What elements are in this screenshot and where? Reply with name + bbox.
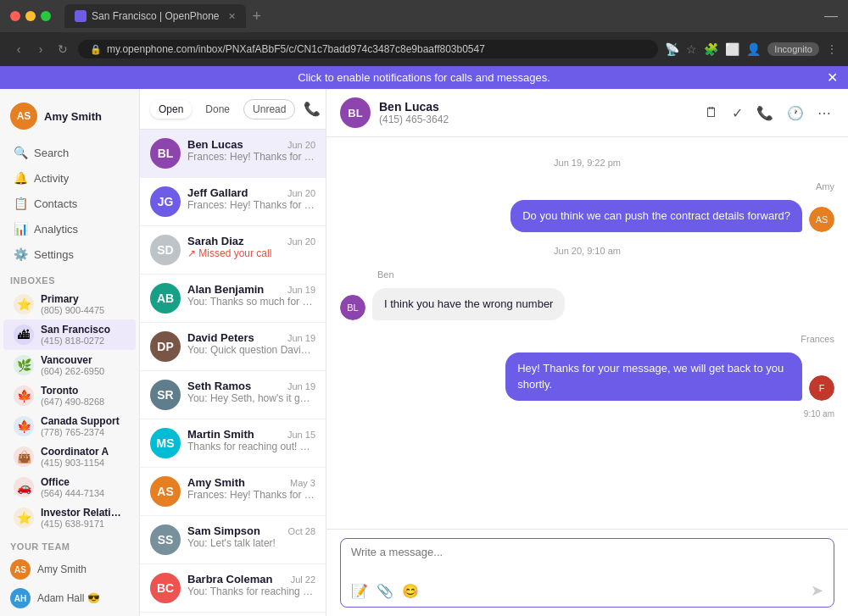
conv-preview: You: Thanks for reaching out! W...: [187, 585, 315, 597]
forward-button[interactable]: ›: [32, 42, 49, 56]
conv-name: Ben Lucas: [187, 138, 243, 151]
filter-open-button[interactable]: Open: [150, 100, 192, 119]
sidebar-item-analytics[interactable]: 📊 Analytics: [3, 216, 136, 241]
close-window-button[interactable]: [10, 11, 20, 21]
send-button[interactable]: ➤: [811, 581, 823, 600]
frances-avatar: F: [809, 375, 834, 401]
browser-toolbar-right: 📡 ☆ 🧩 ⬜ 👤 Incognito ⋮: [665, 42, 838, 56]
conv-header-row: David Peters Jun 19: [187, 331, 315, 344]
address-bar[interactable]: 🔒 my.openphone.com/inbox/PNXafABbF5/c/CN…: [78, 40, 658, 58]
emoji-icon[interactable]: 😊: [402, 583, 419, 599]
browser-toolbar: ‹ › ↻ 🔒 my.openphone.com/inbox/PNXafABbF…: [0, 32, 848, 66]
inbox-item-primary[interactable]: ⭐ Primary (805) 900-4475: [3, 289, 136, 319]
back-button[interactable]: ‹: [10, 42, 27, 56]
sidebar-username: Amy Smith: [44, 110, 102, 123]
browser-chrome: San Francisco | OpenPhone ✕ + — ‹ › ↻ 🔒 …: [0, 0, 848, 66]
bookmark-icon[interactable]: ☆: [686, 42, 697, 56]
sidebar-item-contacts[interactable]: 📋 Contacts: [3, 191, 136, 216]
inbox-name: Vancouver: [41, 354, 126, 366]
tab-strip-icon[interactable]: ⬜: [725, 42, 739, 56]
conversation-item[interactable]: BL Ben Lucas Jun 20 Frances: Hey! Thanks…: [140, 130, 326, 178]
inbox-info: Primary (805) 900-4475: [41, 293, 126, 315]
phone-icon-button[interactable]: 📞: [300, 97, 324, 120]
conversation-item[interactable]: AS Amy Smith May 3 Frances: Hey! Thanks …: [140, 468, 326, 516]
team-member-amy[interactable]: AS Amy Smith: [0, 555, 139, 584]
chat-contact-phone: (415) 465-3642: [379, 114, 693, 125]
conv-preview-text: You: Thanks for reaching out! W...: [187, 585, 315, 597]
conv-name: Barbra Coleman: [187, 573, 272, 585]
inbox-item-coordinator-a[interactable]: 👜 Coordinator A (415) 903-1154: [3, 441, 136, 472]
inbox-number: (415) 818-0272: [41, 336, 126, 346]
maximize-window-button[interactable]: [41, 11, 51, 21]
notification-bar[interactable]: Click to enable notifications for calls …: [0, 66, 848, 89]
inbox-icon: 🍁: [14, 416, 34, 436]
conv-header-row: Ben Lucas Jun 20: [187, 138, 315, 151]
attach-snippet-icon[interactable]: 📝: [351, 583, 368, 599]
checkmark-button[interactable]: ✓: [728, 102, 746, 125]
settings-icon: ⚙️: [14, 247, 27, 261]
inbox-number: (604) 262-6950: [41, 366, 126, 376]
sidebar-user[interactable]: AS Amy Smith: [0, 96, 139, 140]
conv-body: Barbra Coleman Jul 22 You: Thanks for re…: [187, 573, 315, 597]
sidebar-item-activity[interactable]: 🔔 Activity: [3, 165, 136, 191]
inbox-number: (778) 765-2374: [41, 427, 126, 437]
sidebar-item-search[interactable]: 🔍 Search: [3, 140, 136, 165]
tab-close-button[interactable]: ✕: [228, 11, 236, 22]
window-minimize-icon[interactable]: —: [824, 8, 838, 24]
more-options-button[interactable]: ⋯: [814, 102, 834, 125]
team-member-adeel[interactable]: AQ Adeel Qayum: [0, 613, 139, 616]
sidebar-item-settings[interactable]: ⚙️ Settings: [3, 241, 136, 267]
sidebar-nav: 🔍 Search 🔔 Activity 📋 Contacts 📊 Analyti…: [0, 140, 139, 267]
notification-close-button[interactable]: ✕: [827, 69, 838, 86]
conversation-item[interactable]: SD Sarah Diaz Jun 20 ↗ Missed your call: [140, 226, 326, 275]
account-icon[interactable]: 👤: [746, 42, 761, 56]
extensions-icon[interactable]: 🧩: [704, 42, 718, 56]
conv-header-row: Sam Simpson Oct 28: [187, 524, 315, 537]
attach-file-icon[interactable]: 📎: [377, 583, 393, 599]
conversation-item[interactable]: BC Barbra Coleman Jul 22 You: Thanks for…: [140, 564, 326, 613]
conversation-item[interactable]: MS Martin Smith Jun 15 Thanks for reachi…: [140, 419, 326, 468]
conv-preview: You: Let's talk later!: [187, 537, 315, 549]
call-button[interactable]: 📞: [753, 102, 777, 125]
inbox-info: Investor Relations (415) 638-9171: [41, 507, 126, 529]
conv-body: Amy Smith May 3 Frances: Hey! Thanks for…: [187, 476, 315, 501]
conversation-item[interactable]: SS Sam Simpson Oct 28 You: Let's talk la…: [140, 516, 326, 564]
team-list: AS Amy Smith AH Adam Hall 😎 AQ Adeel Qay…: [0, 555, 139, 616]
reload-button[interactable]: ↻: [54, 42, 71, 56]
conv-preview: Frances: Hey! Thanks for your m...: [187, 489, 315, 501]
conversation-item[interactable]: AB Alan Benjamin Jun 19 You: Thanks so m…: [140, 275, 326, 323]
clock-button[interactable]: 🕐: [784, 102, 807, 125]
compose-input[interactable]: [351, 546, 823, 573]
cast-icon[interactable]: 📡: [665, 42, 679, 56]
sidebar-label-search: Search: [34, 147, 69, 159]
inbox-name: Coordinator A: [41, 446, 126, 458]
inbox-info: Vancouver (604) 262-6950: [41, 354, 126, 376]
conversation-item[interactable]: SR Seth Ramos Jun 19 You: Hey Seth, how'…: [140, 371, 326, 419]
conversation-item[interactable]: DP David Peters Jun 19 You: Quick questi…: [140, 323, 326, 371]
more-options-icon[interactable]: ⋮: [826, 42, 838, 56]
filter-done-button[interactable]: Done: [197, 100, 238, 119]
team-section-label: Your team: [0, 533, 139, 555]
conv-preview: Thanks for reaching out! W...: [187, 441, 315, 452]
conv-preview-text: You: Let's talk later!: [187, 537, 276, 549]
inbox-item-san-francisco[interactable]: 🏙 San Francisco (415) 818-0272: [3, 319, 136, 350]
inbox-item-investor-relations[interactable]: ⭐ Investor Relations (415) 638-9171: [3, 502, 136, 533]
inbox-name: Primary: [41, 293, 126, 305]
team-member-adam[interactable]: AH Adam Hall 😎: [0, 584, 139, 613]
browser-tab[interactable]: San Francisco | OpenPhone ✕: [64, 4, 246, 28]
sender-label-frances: Frances: [340, 334, 834, 344]
filter-unread-button[interactable]: Unread: [243, 99, 295, 119]
conv-header-row: Martin Smith Jun 15: [187, 428, 315, 441]
minimize-window-button[interactable]: [25, 11, 36, 21]
contact-info-button[interactable]: 🗒: [701, 102, 722, 124]
conv-name: David Peters: [187, 331, 254, 344]
inbox-item-vancouver[interactable]: 🌿 Vancouver (604) 262-6950: [3, 350, 136, 380]
conversation-item[interactable]: JG Jeff Gallard Jun 20 Frances: Hey! Tha…: [140, 178, 326, 226]
inbox-info: Toronto (647) 490-8268: [41, 385, 126, 407]
tab-title: San Francisco | OpenPhone: [92, 10, 220, 22]
conv-preview-text: You: Thanks so much for your m...: [187, 296, 315, 308]
inbox-item-toronto[interactable]: 🍁 Toronto (647) 490-8268: [3, 380, 136, 411]
new-tab-button[interactable]: +: [253, 8, 262, 25]
inbox-item-canada-support[interactable]: 🍁 Canada Support (778) 765-2374: [3, 411, 136, 441]
inbox-item-office[interactable]: 🚗 Office (564) 444-7134: [3, 472, 136, 502]
